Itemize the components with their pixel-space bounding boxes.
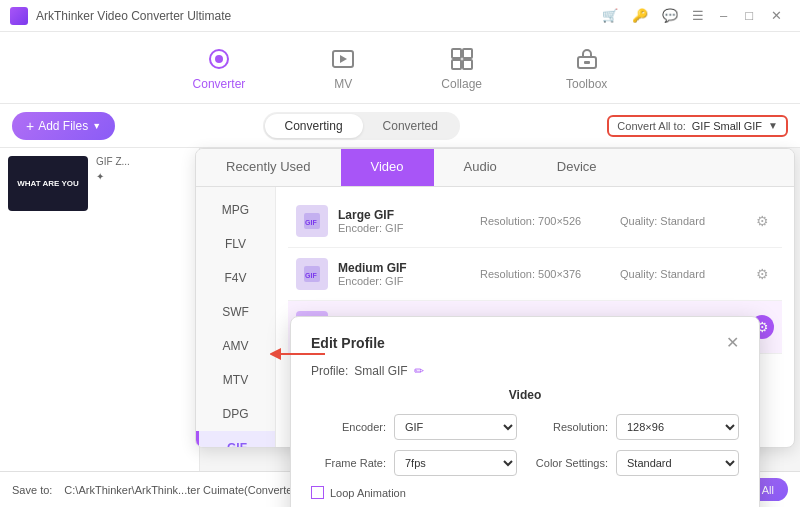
app-title: ArkThinker Video Converter Ultimate xyxy=(36,9,596,23)
medium-gif-settings-gear[interactable]: ⚙ xyxy=(750,262,774,286)
add-files-label: Add Files xyxy=(38,119,88,133)
medium-gif-name: Medium GIF xyxy=(338,261,470,275)
svg-rect-5 xyxy=(452,60,461,69)
large-gif-resolution: Resolution: 700×526 xyxy=(480,215,610,227)
format-type-flv[interactable]: FLV xyxy=(196,227,275,261)
nav-toolbox[interactable]: Toolbox xyxy=(554,37,619,99)
medium-gif-resolution: Resolution: 500×376 xyxy=(480,268,610,280)
svg-text:GIF: GIF xyxy=(305,272,317,279)
modal-video-section: Video xyxy=(311,388,739,402)
toolbar: + Add Files ▼ Converting Converted Conve… xyxy=(0,104,800,148)
convert-all-label: Convert All to: xyxy=(617,120,685,132)
edit-pencil-icon[interactable]: ✏ xyxy=(414,364,424,378)
large-gif-name: Large GIF xyxy=(338,208,470,222)
large-gif-quality: Quality: Standard xyxy=(620,215,740,227)
format-type-mtv[interactable]: MTV xyxy=(196,363,275,397)
medium-gif-info: Medium GIF Encoder: GIF xyxy=(338,261,470,287)
format-sidebar: MPG FLV F4V SWF AMV MTV DPG GIF 🔍 xyxy=(196,187,276,447)
nav-converter[interactable]: Converter xyxy=(181,37,258,99)
add-files-button[interactable]: + Add Files ▼ xyxy=(12,112,115,140)
shopping-icon[interactable]: 🛒 xyxy=(596,8,624,23)
titlebar: ArkThinker Video Converter Ultimate 🛒 🔑 … xyxy=(0,0,800,32)
modal-profile-row: Profile: Small GIF ✏ xyxy=(311,364,739,378)
convert-all-value: GIF Small GIF xyxy=(692,120,762,132)
tab-recently-used[interactable]: Recently Used xyxy=(196,149,341,186)
frame-rate-label: Frame Rate: xyxy=(311,457,386,469)
format-row-large-gif: GIF Large GIF Encoder: GIF Resolution: 7… xyxy=(288,195,782,248)
encoder-select[interactable]: GIF xyxy=(394,414,517,440)
save-to-label: Save to: xyxy=(12,484,52,496)
convert-tab-group: Converting Converted xyxy=(263,112,460,140)
loop-animation-checkbox[interactable] xyxy=(311,486,324,499)
tab-video[interactable]: Video xyxy=(341,149,434,186)
mv-icon xyxy=(329,45,357,73)
converter-icon xyxy=(205,45,233,73)
tab-device[interactable]: Device xyxy=(527,149,627,186)
close-btn[interactable]: ✕ xyxy=(763,8,790,23)
nav-toolbox-label: Toolbox xyxy=(566,77,607,91)
profile-name: Small GIF xyxy=(354,364,407,378)
nav-collage[interactable]: Collage xyxy=(429,37,494,99)
profile-label: Profile: xyxy=(311,364,348,378)
collage-icon xyxy=(448,45,476,73)
modal-form: Encoder: GIF Resolution: 128×96 Frame Ra… xyxy=(311,414,739,476)
color-settings-row: Color Settings: Standard xyxy=(533,450,739,476)
arrow-indicator xyxy=(270,345,330,363)
file-format: GIF Z... xyxy=(96,156,191,167)
medium-gif-quality: Quality: Standard xyxy=(620,268,740,280)
file-info: GIF Z... ✦ xyxy=(96,156,191,211)
svg-rect-3 xyxy=(452,49,461,58)
medium-gif-encoder: Encoder: GIF xyxy=(338,275,470,287)
format-tabs: Recently Used Video Audio Device xyxy=(196,149,794,187)
loop-animation-label: Loop Animation xyxy=(330,487,406,499)
svg-point-1 xyxy=(215,55,223,63)
frame-rate-select[interactable]: 7fps xyxy=(394,450,517,476)
format-type-dpg[interactable]: DPG xyxy=(196,397,275,431)
toolbox-icon xyxy=(573,45,601,73)
format-type-swf[interactable]: SWF xyxy=(196,295,275,329)
file-thumbnail: WHAT ARE YOU xyxy=(8,156,88,211)
encoder-label: Encoder: xyxy=(311,421,386,433)
frame-rate-row: Frame Rate: 7fps xyxy=(311,450,517,476)
app-logo xyxy=(10,7,28,25)
large-gif-settings-gear[interactable]: ⚙ xyxy=(750,209,774,233)
file-list: WHAT ARE YOU GIF Z... ✦ xyxy=(0,148,200,471)
convert-all-arrow[interactable]: ▼ xyxy=(768,120,778,131)
main-area: WHAT ARE YOU GIF Z... ✦ Recently Used Vi… xyxy=(0,148,800,471)
encoder-row: Encoder: GIF xyxy=(311,414,517,440)
svg-rect-6 xyxy=(463,60,472,69)
large-gif-info: Large GIF Encoder: GIF xyxy=(338,208,470,234)
tab-converting[interactable]: Converting xyxy=(265,114,363,138)
key-icon[interactable]: 🔑 xyxy=(626,8,654,23)
svg-rect-4 xyxy=(463,49,472,58)
large-gif-encoder: Encoder: GIF xyxy=(338,222,470,234)
format-row-medium-gif: GIF Medium GIF Encoder: GIF Resolution: … xyxy=(288,248,782,301)
top-navigation: Converter MV Collage xyxy=(0,32,800,104)
format-type-amv[interactable]: AMV xyxy=(196,329,275,363)
file-item: WHAT ARE YOU GIF Z... ✦ xyxy=(8,156,191,211)
svg-rect-8 xyxy=(584,61,590,64)
chat-icon[interactable]: 💬 xyxy=(656,8,684,23)
color-settings-select[interactable]: Standard xyxy=(616,450,739,476)
edit-profile-modal: Edit Profile ✕ Profile: Small GIF ✏ Vide… xyxy=(290,316,760,507)
svg-text:GIF: GIF xyxy=(305,219,317,226)
modal-header: Edit Profile ✕ xyxy=(311,333,739,352)
modal-close-button[interactable]: ✕ xyxy=(726,333,739,352)
loop-animation-row: Loop Animation xyxy=(311,486,739,499)
nav-mv[interactable]: MV xyxy=(317,37,369,99)
file-icon-row: ✦ xyxy=(96,171,191,182)
file-star-icon: ✦ xyxy=(96,171,104,182)
tab-audio[interactable]: Audio xyxy=(434,149,527,186)
menu-icon[interactable]: ☰ xyxy=(686,8,710,23)
resolution-select[interactable]: 128×96 xyxy=(616,414,739,440)
minimize-btn[interactable]: – xyxy=(712,8,735,23)
resolution-label: Resolution: xyxy=(533,421,608,433)
format-type-gif[interactable]: GIF xyxy=(196,431,275,447)
tab-converted[interactable]: Converted xyxy=(363,114,458,138)
maximize-btn[interactable]: □ xyxy=(737,8,761,23)
medium-gif-icon: GIF xyxy=(296,258,328,290)
format-type-f4v[interactable]: F4V xyxy=(196,261,275,295)
nav-converter-label: Converter xyxy=(193,77,246,91)
resolution-row: Resolution: 128×96 xyxy=(533,414,739,440)
format-type-mpg[interactable]: MPG xyxy=(196,193,275,227)
